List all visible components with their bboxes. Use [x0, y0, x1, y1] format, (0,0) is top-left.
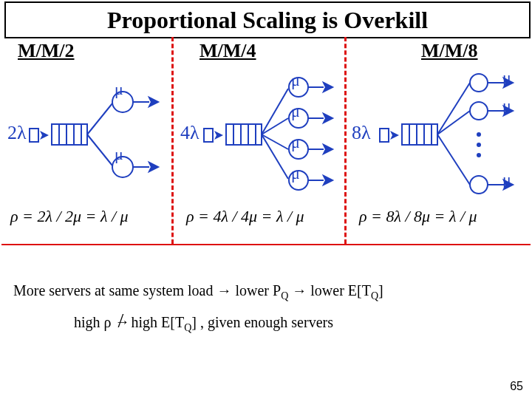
col-head-mm4: M/M/4 [200, 40, 256, 62]
second-line: high ρ ⇏ → / high E[TQ] , given enough s… [74, 313, 517, 334]
svg-rect-12 [204, 129, 213, 142]
svg-point-43 [477, 132, 481, 137]
arrow-icon: → [216, 282, 231, 299]
svg-line-6 [87, 103, 112, 134]
svg-point-45 [477, 153, 481, 157]
arrow-icon-2: → [292, 282, 307, 299]
rho-formula-3: ρ = 8λ / 8μ = λ / μ [359, 207, 477, 226]
mu-2-b: μ [291, 102, 300, 121]
rho-symbol: ρ [104, 314, 115, 330]
svg-rect-30 [380, 129, 389, 142]
svg-line-36 [437, 83, 470, 134]
second-tail: , given enough servers [200, 314, 333, 330]
rho-formula-2: ρ = 4λ / 4μ = λ / μ [186, 207, 304, 226]
rho-formula-1: ρ = 2λ / 2μ = λ / μ [10, 207, 129, 226]
summary-p2: lower [235, 282, 273, 299]
mu-1-b: μ [115, 145, 123, 164]
mu-3-a: μ [502, 68, 511, 87]
mu-3-b: μ [502, 96, 511, 115]
second-b: high [132, 314, 162, 330]
summary-line: More servers at same system load → lower… [13, 282, 523, 302]
summary-p4: lower [310, 282, 348, 299]
second-a: high [74, 314, 104, 330]
etq-symbol-2: E[TQ] [161, 314, 197, 330]
col-head-mm2: M/M/2 [18, 40, 75, 62]
col-divider-1 [171, 37, 174, 244]
svg-point-46 [470, 176, 488, 194]
diagram-mm8 [349, 66, 526, 214]
not-imply-icon: ⇏ → / [115, 313, 128, 331]
svg-point-41 [470, 102, 488, 120]
slide-title: Proportional Scaling is Overkill [107, 7, 428, 33]
svg-point-39 [470, 74, 488, 92]
mu-3-c: μ [502, 170, 511, 189]
svg-rect-0 [30, 129, 38, 142]
diagram-mm4 [177, 66, 347, 207]
svg-point-44 [477, 143, 481, 147]
pq-symbol: PQ [273, 282, 288, 299]
summary-p1: More servers at same system load [13, 282, 216, 299]
etq-symbol: E[TQ] [348, 282, 383, 299]
diagram-mm2 [4, 66, 167, 200]
svg-line-37 [437, 111, 470, 134]
mu-2-a: μ [291, 71, 300, 90]
slide: Proportional Scaling is Overkill M/M/2 2… [0, 0, 532, 399]
title-box: Proportional Scaling is Overkill [4, 1, 531, 38]
horizontal-rule [1, 244, 531, 245]
mu-1-a: μ [115, 80, 123, 99]
mu-2-c: μ [291, 133, 300, 152]
svg-line-38 [437, 134, 470, 185]
page-number: 65 [510, 380, 523, 393]
svg-line-7 [87, 134, 112, 166]
col-head-mm8: M/M/8 [421, 40, 478, 62]
mu-2-d: μ [291, 164, 300, 183]
svg-line-18 [262, 89, 288, 134]
